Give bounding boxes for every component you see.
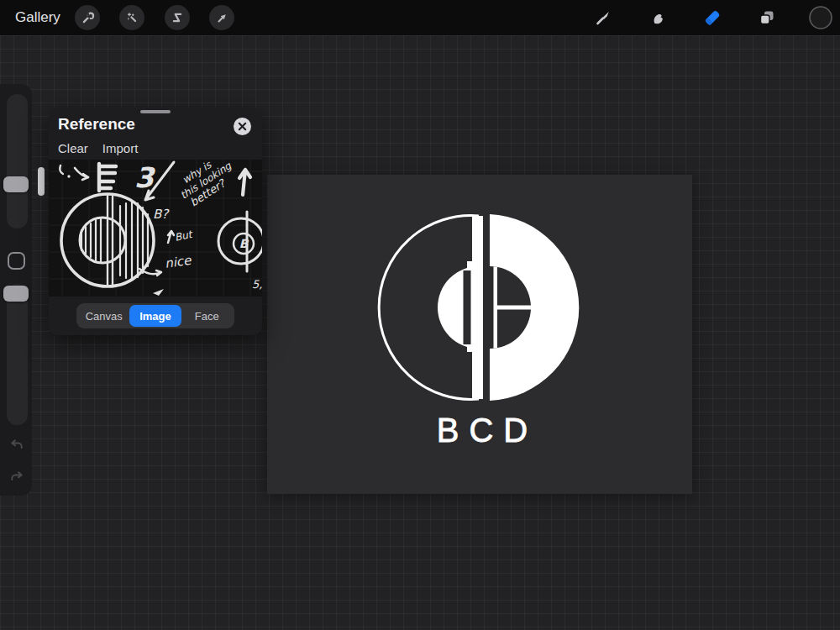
- color-button[interactable]: [808, 5, 833, 30]
- panel-title: Reference: [58, 115, 135, 134]
- sketch-circle-letter: B: [239, 237, 249, 250]
- tab-canvas[interactable]: Canvas: [78, 305, 129, 327]
- reference-panel: Reference Clear Import: [49, 108, 262, 335]
- close-button[interactable]: [234, 118, 251, 135]
- logo-wordmark: BCD: [437, 412, 538, 449]
- smudge-finger-icon: [648, 8, 668, 28]
- erase-button[interactable]: [700, 5, 725, 30]
- undo-icon: [8, 436, 26, 458]
- close-icon: [238, 119, 247, 134]
- layers-button[interactable]: [754, 5, 780, 30]
- selection-button[interactable]: [165, 5, 190, 30]
- modify-button[interactable]: [8, 252, 25, 270]
- clear-button[interactable]: Clear: [58, 141, 88, 155]
- brush-opacity-handle[interactable]: [3, 286, 29, 302]
- magic-wand-icon: [125, 11, 139, 25]
- top-toolbar: Gallery: [0, 0, 840, 35]
- sketch-b-question: B?: [153, 207, 170, 222]
- brush-size-slider[interactable]: [7, 94, 28, 228]
- gallery-button[interactable]: Gallery: [15, 0, 60, 35]
- tab-face[interactable]: Face: [181, 305, 233, 327]
- color-circle-icon: [808, 5, 833, 30]
- bcd-logo: BCD: [267, 175, 692, 494]
- s-curve-icon: [170, 10, 185, 25]
- procreate-app: Gallery: [0, 0, 840, 630]
- brush-icon: [593, 8, 613, 28]
- tab-image[interactable]: Image: [129, 305, 181, 327]
- segmented-control: Canvas Image Face: [76, 303, 234, 328]
- actions-button[interactable]: [75, 5, 100, 30]
- brush-sidebar: [0, 84, 32, 496]
- smudge-button[interactable]: [645, 5, 670, 30]
- redo-icon: [8, 468, 26, 490]
- brush-size-handle[interactable]: [3, 176, 29, 192]
- wrench-icon: [81, 11, 95, 25]
- sketch-numeral: 3: [134, 161, 156, 194]
- reference-image[interactable]: 3 B? But nice why is this looking better…: [49, 160, 262, 297]
- brush-opacity-slider[interactable]: [7, 284, 28, 425]
- white-marker-bar: [38, 167, 45, 196]
- sketch-corner-mark: 5,: [252, 278, 262, 291]
- panel-drag-handle[interactable]: [140, 110, 171, 113]
- reference-tabs: Canvas Image Face: [49, 297, 262, 335]
- reference-sketch: 3 B? But nice why is this looking better…: [49, 160, 262, 297]
- import-button[interactable]: Import: [102, 141, 139, 155]
- eraser-icon: [701, 7, 723, 29]
- undo-button[interactable]: [7, 437, 26, 456]
- redo-button[interactable]: [7, 469, 26, 488]
- adjustments-button[interactable]: [119, 5, 144, 30]
- transform-button[interactable]: [209, 5, 234, 30]
- drawing-canvas[interactable]: BCD: [267, 175, 692, 494]
- layers-icon: [757, 8, 777, 28]
- paint-button[interactable]: [591, 5, 616, 30]
- arrow-cursor-icon: [215, 11, 229, 25]
